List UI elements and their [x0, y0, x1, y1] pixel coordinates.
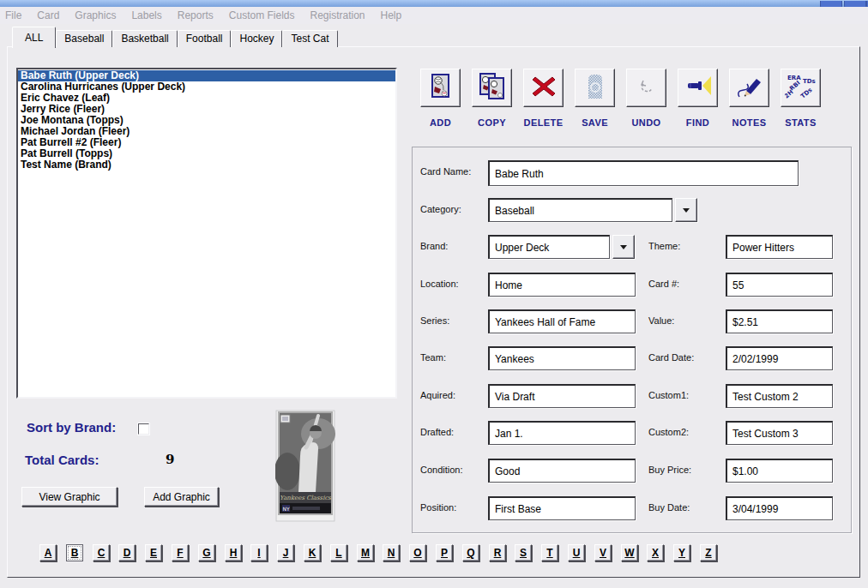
alpha-button-s[interactable]: S	[515, 544, 532, 561]
list-item[interactable]: Test Name (Brand)	[18, 159, 395, 171]
copy-button[interactable]	[472, 69, 512, 107]
buy-date-label: Buy Date:	[648, 502, 690, 513]
menu-item-reports[interactable]: Reports	[170, 9, 221, 21]
alpha-button-f[interactable]: F	[172, 544, 189, 561]
card-photo: Yankees Classics NY	[275, 410, 335, 522]
alpha-button-d[interactable]: D	[118, 544, 136, 561]
alpha-button-v[interactable]: V	[594, 544, 612, 561]
alpha-button-l[interactable]: L	[330, 544, 347, 561]
view-graphic-button[interactable]: View Graphic	[21, 487, 118, 507]
alpha-button-g[interactable]: G	[198, 544, 215, 561]
add-icon	[426, 72, 455, 105]
card-num-field[interactable]: 55	[726, 273, 833, 297]
card-name-field[interactable]: Babe Ruth	[488, 160, 799, 186]
find-icon	[684, 72, 713, 105]
location-field[interactable]: Home	[488, 273, 636, 297]
alpha-button-a[interactable]: A	[39, 544, 57, 561]
category-dropdown-button[interactable]	[675, 198, 697, 222]
alpha-button-q[interactable]: Q	[462, 544, 479, 561]
alpha-button-i[interactable]: I	[250, 544, 268, 561]
team-label: Team:	[420, 352, 446, 363]
card-date-field[interactable]: 2/02/1999	[726, 346, 833, 370]
condition-label: Condition:	[420, 465, 463, 475]
alpha-button-h[interactable]: H	[225, 544, 242, 561]
menu-item-file[interactable]: File	[0, 9, 29, 21]
copy-icon	[477, 72, 508, 105]
menu-item-registration[interactable]: Registration	[302, 9, 372, 21]
chevron-down-icon	[620, 245, 627, 249]
save-button-label: SAVE	[575, 117, 615, 128]
buy-price-label: Buy Price:	[648, 465, 691, 475]
save-button[interactable]	[575, 69, 615, 107]
card-list[interactable]: Babe Ruth (Upper Deck)Carolina Hurricane…	[16, 68, 397, 399]
menu-item-card[interactable]: Card	[29, 9, 67, 21]
category-tabs: ALLBaseballBasketballFootballHockeyTest …	[12, 26, 338, 47]
sort-by-brand-checkbox[interactable]	[138, 423, 149, 435]
buy-date-field[interactable]: 3/04/1999	[726, 496, 833, 520]
position-field[interactable]: First Base	[488, 496, 636, 520]
alpha-button-j[interactable]: J	[277, 544, 294, 561]
card-date-label: Card Date:	[648, 352, 694, 363]
add-graphic-button[interactable]: Add Graphic	[144, 487, 219, 507]
alpha-button-x[interactable]: X	[647, 544, 664, 561]
brand-dropdown-button[interactable]	[612, 235, 635, 259]
series-label: Series:	[420, 315, 449, 326]
buy-price-field[interactable]: $1.00	[726, 459, 833, 483]
delete-button[interactable]	[523, 69, 564, 107]
alpha-button-z[interactable]: Z	[700, 544, 717, 561]
tab-baseball[interactable]: Baseball	[56, 30, 112, 47]
menu-item-graphics[interactable]: Graphics	[67, 9, 124, 21]
notes-button[interactable]	[729, 69, 769, 107]
find-button-label: FIND	[678, 117, 718, 128]
tab-all[interactable]: ALL	[12, 27, 56, 48]
series-field[interactable]: Yankees Hall of Fame	[488, 309, 636, 333]
tab-hockey[interactable]: Hockey	[231, 30, 282, 47]
alpha-button-n[interactable]: N	[383, 544, 400, 561]
team-field[interactable]: Yankees	[488, 346, 636, 370]
custom1-field[interactable]: Test Custom 2	[726, 384, 833, 408]
theme-field[interactable]: Power Hitters	[726, 235, 833, 259]
aquired-field[interactable]: Via Draft	[488, 384, 636, 408]
category-field[interactable]: Baseball	[488, 198, 672, 222]
undo-icon	[632, 72, 661, 105]
drafted-field[interactable]: Jan 1.	[488, 421, 636, 445]
add-button[interactable]	[420, 69, 461, 107]
stats-button[interactable]: ERATDsRBI2HTDs	[781, 69, 821, 107]
delete-button-label: DELETE	[523, 117, 564, 128]
alpha-button-c[interactable]: C	[93, 544, 110, 561]
alpha-button-m[interactable]: M	[357, 544, 374, 561]
tab-football[interactable]: Football	[178, 30, 232, 47]
theme-label: Theme:	[648, 241, 680, 251]
menu-item-custom-fields[interactable]: Custom Fields	[221, 9, 303, 21]
alpha-button-w[interactable]: W	[621, 544, 638, 561]
undo-button-label: UNDO	[626, 117, 666, 128]
tab-test-cat[interactable]: Test Cat	[282, 30, 337, 47]
value-field[interactable]: $2.51	[726, 309, 833, 333]
alpha-button-e[interactable]: E	[145, 544, 162, 561]
custom2-field[interactable]: Test Custom 3	[726, 421, 833, 445]
add-button-label: ADD	[420, 117, 461, 128]
alpha-button-p[interactable]: P	[436, 544, 453, 561]
menu-item-help[interactable]: Help	[373, 9, 410, 21]
alpha-button-y[interactable]: Y	[673, 544, 690, 561]
alpha-button-b[interactable]: B	[66, 544, 83, 561]
svg-text:ERA: ERA	[787, 75, 801, 81]
condition-field[interactable]: Good	[488, 459, 636, 483]
brand-field[interactable]: Upper Deck	[488, 235, 610, 259]
alpha-button-k[interactable]: K	[304, 544, 321, 561]
custom1-label: Custom1:	[648, 390, 689, 400]
tab-basketball[interactable]: Basketball	[112, 30, 177, 47]
alpha-button-u[interactable]: U	[568, 544, 585, 561]
find-button[interactable]	[678, 69, 718, 107]
undo-button[interactable]	[626, 69, 666, 107]
notes-icon	[735, 72, 764, 105]
menu-item-labels[interactable]: Labels	[124, 9, 169, 21]
position-label: Position:	[420, 502, 456, 513]
total-cards-value: 9	[166, 452, 174, 467]
drafted-label: Drafted:	[420, 427, 454, 437]
alpha-button-o[interactable]: O	[409, 544, 426, 561]
alpha-button-t[interactable]: T	[541, 544, 558, 561]
total-cards-label: Total Cards:	[25, 453, 99, 467]
value-label: Value:	[648, 315, 674, 326]
alpha-button-r[interactable]: R	[489, 544, 506, 561]
